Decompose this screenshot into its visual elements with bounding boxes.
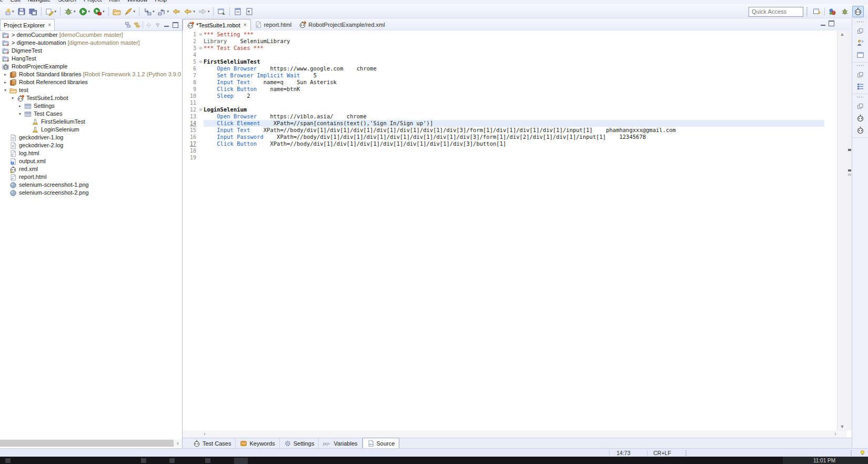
code-text[interactable]: [204, 147, 824, 154]
tree-item-geckodriver-2-log[interactable]: geckodriver-2.log: [0, 142, 182, 149]
code-text[interactable]: Library SeleniumLibrary: [204, 38, 824, 45]
page-tab-source[interactable]: <>Source: [362, 438, 400, 448]
line-number[interactable]: 2: [183, 38, 198, 45]
fold-collapse-icon[interactable]: ⊖: [198, 31, 204, 38]
dropdown-caret-icon[interactable]: ▾: [55, 9, 57, 14]
line-number[interactable]: 13: [183, 113, 198, 120]
minimize-editor-icon[interactable]: [821, 25, 825, 26]
project-explorer-tab[interactable]: Project Explorer ×: [0, 19, 55, 31]
scroll-right-icon[interactable]: ›: [174, 439, 182, 447]
close-icon[interactable]: ×: [244, 22, 247, 28]
editor-horizontal-scrollbar[interactable]: ‹ ›: [183, 430, 847, 438]
maximize-view-icon[interactable]: [171, 21, 180, 29]
restore-views-icon[interactable]: [857, 72, 864, 78]
code-line-4[interactable]: 4: [183, 52, 824, 58]
scroll-right-icon[interactable]: ›: [831, 430, 840, 438]
import-button[interactable]: ▾: [142, 6, 156, 17]
code-line-3[interactable]: 3⊖*** Test Cases ***: [183, 45, 824, 52]
execution-view-icon[interactable]: [856, 126, 864, 134]
code-text[interactable]: Input Text XPath=//body/div[1]/div[1]/di…: [204, 127, 824, 134]
taskbar-icon[interactable]: [169, 458, 175, 463]
menu-run[interactable]: Run: [105, 0, 123, 4]
tree-item-report-html[interactable]: ereport.html: [0, 173, 182, 181]
code-line-1[interactable]: 1⊖*** Setting ***: [183, 31, 824, 38]
line-number[interactable]: 7: [183, 72, 198, 79]
minimize-view-icon[interactable]: [162, 21, 171, 29]
menu-file[interactable]: File: [0, 0, 7, 4]
scroll-left-icon[interactable]: ‹: [200, 430, 209, 438]
restore-views-icon[interactable]: [857, 103, 864, 110]
code-line-5[interactable]: 5⊖FirstSeleliumTest: [183, 58, 824, 65]
close-icon[interactable]: ×: [48, 22, 51, 28]
menu-navigate[interactable]: Navigate: [24, 0, 54, 4]
tree-collapsed-icon[interactable]: ▸: [17, 102, 23, 110]
code-line-10[interactable]: 10 Sleep 2: [183, 93, 824, 99]
source-editor[interactable]: 1⊖*** Setting ***2Library SeleniumLibrar…: [183, 31, 852, 430]
system-tray[interactable]: 11:01 PM: [783, 457, 868, 464]
link-with-editor-icon[interactable]: [133, 21, 142, 29]
new-wizard-button[interactable]: ▾: [2, 6, 15, 17]
menu-window[interactable]: Window: [123, 0, 151, 4]
tree-item-democucumber[interactable]: > demoCucumber [demoCucumber master]: [0, 31, 182, 39]
forward-button[interactable]: ▾: [197, 6, 211, 17]
code-text[interactable]: Open Browser https://viblo.asia/ chrome: [204, 113, 824, 120]
code-line-16[interactable]: 16 Input Password XPath=//body/div[1]/di…: [183, 134, 824, 140]
fold-collapse-icon[interactable]: ⊖: [198, 106, 204, 113]
code-line-17[interactable]: 17 Click Button XPath=//body/div[1]/div[…: [183, 140, 824, 147]
editor-presentation-button[interactable]: [233, 6, 243, 17]
tree-item-robot-referenced-libraries[interactable]: ▸Robot Referenced libraries: [0, 78, 182, 86]
tree-item-testsuite1-robot[interactable]: ▾ TestSuite1.robot: [0, 94, 182, 102]
debug-button[interactable]: ▾: [63, 6, 77, 17]
fold-collapse-icon[interactable]: ⊖: [198, 45, 204, 52]
feather-pen-button[interactable]: ▾: [123, 6, 137, 17]
tree-expanded-icon[interactable]: ▾: [17, 110, 23, 118]
code-line-7[interactable]: 7 Set Browser Implicit Wait 5: [183, 72, 824, 79]
lightbulb-icon[interactable]: [859, 449, 866, 457]
code-text[interactable]: Click Button name=btnK: [204, 86, 824, 93]
tree-item-selenium-screenshot-2-png[interactable]: selenium-screenshot-2.png: [0, 189, 182, 197]
tree-item-test[interactable]: ▾test: [0, 86, 182, 94]
restore-views-icon[interactable]: [857, 28, 864, 35]
line-number[interactable]: 10: [183, 93, 198, 99]
dropdown-caret-icon[interactable]: ▾: [167, 9, 169, 14]
code-line-9[interactable]: 9 Click Button name=btnK: [183, 86, 824, 93]
code-text[interactable]: [204, 52, 824, 58]
code-text[interactable]: Click Button XPath=//body/div[1]/div[1]/…: [204, 140, 824, 147]
code-line-13[interactable]: 13 Open Browser https://viblo.asia/ chro…: [183, 113, 824, 120]
taskbar-icon[interactable]: [141, 458, 146, 463]
tree-item-geckodriver-1-log[interactable]: geckodriver-1.log: [0, 134, 182, 142]
tree-item-robot-standard-libraries[interactable]: ▸Robot Standard libraries [Robot Framewo…: [0, 70, 182, 78]
taskbar-icon[interactable]: [5, 458, 11, 463]
line-number[interactable]: 11: [183, 99, 198, 106]
tree-expanded-icon[interactable]: ▾: [10, 94, 15, 102]
editor-vertical-scrollbar[interactable]: ▲ ▼: [837, 31, 847, 430]
collapse-all-icon[interactable]: [124, 21, 133, 29]
quick-access-input[interactable]: [749, 7, 803, 17]
annotation-mark[interactable]: [848, 174, 851, 176]
tree-item-hangtest[interactable]: HangTest: [0, 55, 182, 63]
tree-item-selenium-screenshot-1-png[interactable]: selenium-screenshot-1.png: [0, 181, 182, 189]
annotation-mark[interactable]: [848, 149, 851, 151]
menu-project[interactable]: Project: [80, 0, 105, 4]
code-text[interactable]: Click Element XPath=//span[contains(text…: [204, 120, 824, 127]
menu-help[interactable]: Help: [152, 0, 171, 4]
dropdown-caret-icon[interactable]: ▾: [103, 9, 105, 14]
tree-item-log-html[interactable]: elog.html: [0, 149, 182, 157]
tree-collapsed-icon[interactable]: ▸: [3, 70, 8, 78]
code-line-14[interactable]: 14 Click Element XPath=//span[contains(t…: [183, 120, 824, 127]
code-text[interactable]: LoginSelenium: [204, 106, 824, 113]
annotation-mark[interactable]: [848, 169, 851, 172]
tree-item-settings[interactable]: ▸Settings: [0, 102, 182, 110]
line-number[interactable]: 3: [183, 45, 198, 52]
window-view-icon[interactable]: [856, 51, 864, 59]
back-button[interactable]: ▾: [183, 6, 196, 17]
debug-perspective-icon[interactable]: [840, 6, 850, 17]
code-line-2[interactable]: 2Library SeleniumLibrary: [183, 38, 824, 45]
line-number[interactable]: 9: [183, 86, 198, 93]
line-number[interactable]: 4: [183, 52, 198, 58]
line-number[interactable]: 18: [183, 147, 198, 154]
taskbar-active-app[interactable]: [234, 458, 248, 464]
dropdown-caret-icon[interactable]: ▾: [134, 9, 136, 14]
taskbar-icon[interactable]: [205, 458, 210, 463]
dropdown-caret-icon[interactable]: ▾: [74, 9, 76, 14]
